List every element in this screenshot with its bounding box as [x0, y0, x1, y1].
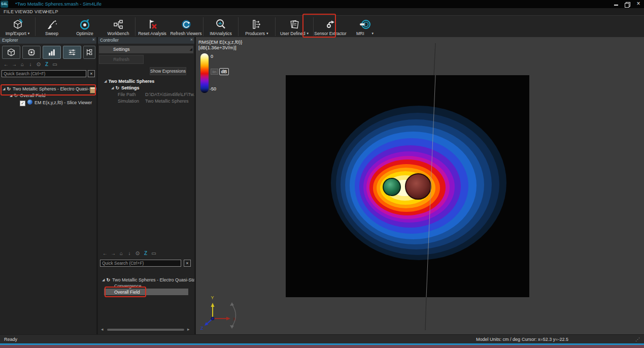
outputs-search-clear-button[interactable]: × — [184, 260, 191, 267]
toolbar-label: Sensor Extractor — [314, 31, 346, 36]
menu-help[interactable]: HELP — [46, 9, 58, 14]
back-icon[interactable]: ← — [101, 250, 109, 256]
explorer-panel: Explorer × — [0, 37, 96, 334]
outputs-overall-field-label[interactable]: Overall Field — [114, 290, 140, 295]
colorbar — [200, 53, 209, 93]
props-root-label: Two Metallic Spheres — [108, 79, 154, 84]
simulation-chip-icon — [27, 48, 36, 57]
menubar: FILE VIEW 3D VIEW HELP — [0, 8, 644, 15]
reset-analysis-icon — [146, 18, 158, 31]
selection-box-icon[interactable]: ▭ — [51, 61, 59, 67]
tab-simulation[interactable] — [22, 46, 41, 59]
simulation-prop-value[interactable]: Two Metallic Spheres — [145, 99, 189, 104]
file-path-value[interactable]: D:\DATA\Sim4life\LF\Tw... — [145, 92, 197, 97]
toolbar-reset-analysis[interactable]: Reset Analysis — [135, 16, 169, 38]
toolbar-imp-export[interactable]: Imp/Export▾ — [0, 16, 35, 38]
slice-viewer-label: EM E(x,y,z,f0) - Slice Viewer — [35, 100, 92, 105]
close-icon[interactable]: × — [190, 37, 193, 42]
imanalytics-icon — [215, 18, 227, 31]
explorer-search-input[interactable]: Quick Search (Ctrl+F) — [2, 70, 86, 77]
simulation-refresh-icon: ↻ — [7, 86, 11, 91]
close-button[interactable]: × — [633, 0, 644, 8]
toolbar-label: Reset Analysis — [138, 31, 166, 36]
outputs-root-row[interactable]: ◢↻Two Metallic Spheres - Electro Quasi-S… — [102, 277, 200, 282]
axis-origin-dot — [211, 317, 214, 320]
tree-expand-icon[interactable]: ◢ — [3, 87, 5, 90]
tab-properties[interactable] — [63, 46, 81, 59]
eye-icon[interactable]: ⊙ — [133, 250, 142, 256]
panel-title: Controller — [100, 38, 119, 43]
tree-row-slice-viewer[interactable]: ✓EM E(x,y,z,f0) - Slice Viewer — [20, 100, 92, 106]
menu-3dview[interactable]: 3D VIEW — [27, 9, 47, 14]
tree-row-overall-field[interactable]: ◢↻Overall Field — [10, 93, 45, 98]
sort-z-icon[interactable]: Z — [43, 61, 51, 67]
tree-expand-icon[interactable]: ◢ — [111, 86, 114, 89]
toolbar-workbench[interactable]: Workbench — [101, 16, 135, 38]
props-root-row[interactable]: ◢Two Metallic Spheres — [104, 79, 154, 84]
outputs-convergence-row[interactable]: Convergence — [114, 283, 142, 289]
home-icon[interactable]: ⌂ — [117, 250, 125, 256]
home-icon[interactable]: ⌂ — [18, 61, 26, 67]
forward-icon[interactable]: → — [10, 61, 18, 67]
toolbar-label: Optimize — [76, 31, 93, 36]
tree-expand-icon[interactable]: ◢ — [102, 278, 105, 281]
maroon-sphere — [405, 174, 431, 199]
forward-icon[interactable]: → — [109, 250, 117, 256]
refresh-button[interactable]: Refresh — [99, 55, 144, 64]
field-quantity-label: RMS{EM E(x,y,z,f0)} — [198, 39, 242, 45]
back-icon[interactable]: ← — [2, 61, 10, 67]
viewport-3d[interactable]: RMS{EM E(x,y,z,f0)} [dB(1.36e+3V/m)] 0 -… — [196, 37, 644, 334]
z-axis-label: Z — [200, 326, 204, 331]
minimize-icon — [614, 5, 618, 6]
settings-bar-label: Settings — [113, 47, 130, 52]
down-arrow-icon[interactable]: ↓ — [26, 61, 35, 67]
tree-row-simulation[interactable]: ◢↻Two Metallic Spheres - Electro Quasi-S… — [3, 86, 100, 91]
toolbar-label: Producers — [245, 31, 265, 36]
chevron-down-icon: ▾ — [307, 31, 309, 36]
y-axis-label: Y — [211, 295, 214, 300]
explorer-header: Explorer × — [0, 37, 96, 44]
selection-box-icon[interactable]: ▭ — [150, 250, 158, 256]
tree-expand-icon[interactable]: ◢ — [10, 93, 12, 97]
close-icon[interactable]: × — [92, 37, 95, 42]
toolbar-imanalytics[interactable]: IMAnalytics — [204, 16, 238, 38]
tab-circuit[interactable] — [83, 46, 95, 59]
chevron-down-icon: ▾ — [372, 31, 374, 36]
scroll-left-icon[interactable]: ◂ — [101, 327, 104, 332]
settings-dropdown-bar[interactable]: Settings ◢ — [99, 46, 193, 53]
props-settings-row[interactable]: ◢↻Settings — [111, 85, 139, 90]
resize-grip-icon[interactable]: ⋰ — [635, 337, 640, 342]
green-sphere — [383, 178, 400, 196]
results-calculator-icon[interactable] — [90, 87, 96, 93]
linear-scale-button[interactable]: lin — [211, 69, 218, 75]
toolbar-optimize[interactable]: Optimize — [68, 16, 101, 38]
eye-icon[interactable]: ⊙ — [35, 61, 43, 67]
menu-view[interactable]: VIEW — [15, 9, 27, 14]
toolbar-producers[interactable]: Producers▾ — [239, 16, 275, 38]
user-defined-icon — [288, 18, 300, 31]
show-expressions-button[interactable]: Show Expressions — [150, 67, 186, 75]
sort-z-icon[interactable]: Z — [142, 250, 150, 256]
horizontal-scrollbar-thumb[interactable] — [107, 329, 184, 331]
explorer-search-clear-button[interactable]: × — [88, 70, 95, 77]
toolbar-mri[interactable]: MRI▾ — [347, 16, 383, 38]
minimize-button[interactable] — [611, 0, 622, 8]
tree-expand-icon[interactable]: ◢ — [104, 79, 107, 83]
menu-file[interactable]: FILE — [4, 9, 14, 14]
tab-analysis[interactable] — [43, 46, 61, 59]
toolbar-sensor-extractor[interactable]: Sensor Extractor — [314, 16, 347, 38]
scroll-right-icon[interactable]: ▸ — [187, 327, 190, 332]
restore-button[interactable] — [622, 0, 633, 8]
chevron-down-icon: ▾ — [28, 31, 30, 36]
down-arrow-icon[interactable]: ↓ — [125, 250, 133, 256]
settings-refresh-icon: ↻ — [115, 85, 119, 90]
toolbar-refresh-viewers[interactable]: Refresh Viewers — [169, 16, 203, 38]
tab-model[interactable] — [2, 46, 20, 59]
slice-viewer-checkbox[interactable]: ✓ — [20, 101, 25, 106]
outputs-search-input[interactable]: Quick Search (Ctrl+F) — [100, 260, 181, 267]
sensor-extractor-icon — [324, 18, 336, 31]
slice-field-plot[interactable] — [286, 75, 529, 297]
toolbar-sweep[interactable]: Sweep — [36, 16, 68, 38]
toolbar-user-defined[interactable]: User Defined▾ — [276, 16, 313, 38]
db-scale-button[interactable]: dB — [219, 68, 229, 75]
